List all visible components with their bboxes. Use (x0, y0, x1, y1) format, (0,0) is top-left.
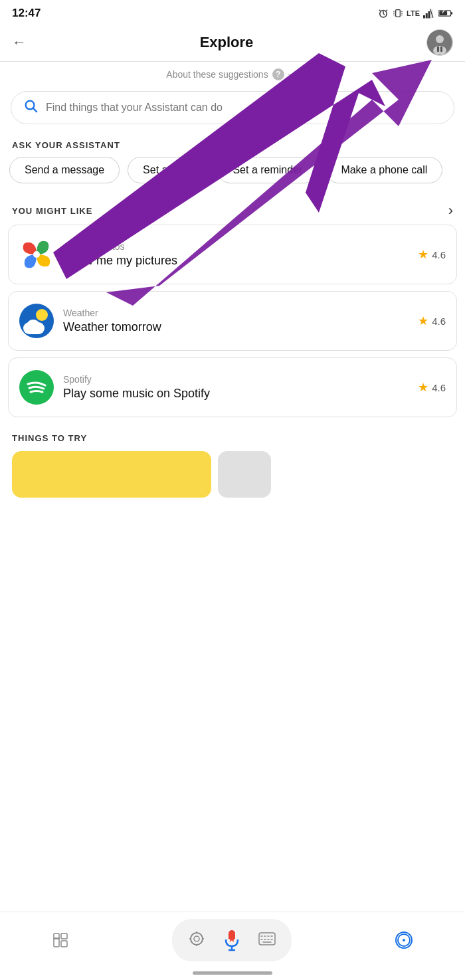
avatar[interactable] (426, 29, 453, 56)
card-rating-photos: ★ 4.6 (418, 247, 446, 262)
nav-home[interactable] (52, 931, 69, 949)
card-spotify[interactable]: Spotify Play some music on Spotify ★ 4.6 (8, 357, 457, 417)
chip-send-message[interactable]: Send a message (9, 157, 120, 183)
card-action-photos: Show me my pictures (63, 254, 409, 268)
svg-rect-46 (259, 933, 275, 945)
page-title: Explore (200, 34, 254, 51)
svg-rect-32 (61, 933, 67, 939)
ask-assistant-label: ASK YOUR ASSISTANT (0, 135, 465, 157)
bottom-nav (0, 912, 465, 980)
card-app-name-weather: Weather (63, 308, 409, 318)
svg-rect-10 (423, 15, 425, 19)
svg-point-59 (403, 939, 405, 941)
signal-icon (423, 8, 435, 19)
things-to-try-section: THINGS TO TRY (0, 424, 465, 503)
svg-rect-33 (61, 941, 67, 947)
star-icon: ★ (418, 247, 428, 262)
bottom-spacer (0, 503, 465, 583)
svg-rect-23 (440, 47, 442, 52)
card-action-weather: Weather tomorrow (63, 320, 409, 334)
chip-set-reminder[interactable]: Set a reminder (217, 157, 318, 183)
search-input[interactable] (46, 102, 442, 114)
things-card-yellow[interactable] (12, 451, 211, 498)
star-icon-spotify: ★ (418, 380, 428, 395)
svg-point-26 (33, 251, 40, 258)
search-bar-wrap (0, 87, 465, 135)
svg-point-20 (436, 35, 444, 43)
suggestions-note: About these suggestions ? — (0, 62, 465, 87)
svg-point-34 (191, 933, 203, 945)
svg-rect-3 (396, 10, 401, 17)
chip-phone-call[interactable]: Make a phone call (326, 157, 442, 183)
things-card-grey (218, 451, 271, 498)
search-icon (23, 98, 38, 117)
card-google-photos[interactable]: Google Photos Show me my pictures ★ 4.6 (8, 225, 457, 284)
chips-grid: Send a message Set a timer Set a reminde… (0, 157, 465, 193)
avatar-image (427, 30, 452, 55)
things-cards-row (12, 451, 453, 498)
nav-lens-button[interactable] (188, 930, 205, 950)
svg-point-45 (233, 939, 235, 941)
status-time: 12:47 (12, 7, 41, 20)
svg-rect-12 (428, 11, 430, 19)
spotify-icon (19, 370, 54, 405)
alarm-icon (377, 7, 389, 19)
battery-icon (438, 9, 453, 18)
svg-rect-16 (451, 12, 453, 14)
card-app-name-spotify: Spotify (63, 374, 409, 385)
svg-rect-22 (437, 47, 439, 52)
card-app-name-photos: Google Photos (63, 241, 409, 252)
weather-icon (19, 304, 54, 338)
rating-value-photos: 4.6 (432, 249, 446, 260)
suggestions-text: About these suggestions (166, 69, 268, 80)
suggestions-dash: — (288, 68, 299, 80)
lte-icon: LTE (407, 9, 420, 17)
star-icon-weather: ★ (418, 314, 428, 328)
app-bar: ← Explore (0, 24, 465, 61)
help-icon[interactable]: ? (272, 68, 284, 80)
chevron-right-icon[interactable]: › (448, 202, 453, 219)
svg-line-2 (383, 14, 385, 15)
card-google-photos-content: Google Photos Show me my pictures (63, 241, 409, 268)
home-bar (193, 971, 272, 975)
svg-point-44 (231, 941, 232, 943)
svg-rect-11 (426, 13, 428, 19)
svg-line-25 (33, 108, 37, 112)
rating-value-weather: 4.6 (432, 316, 446, 327)
nav-center (172, 919, 292, 961)
rating-value-spotify: 4.6 (432, 382, 446, 393)
card-rating-spotify: ★ 4.6 (418, 380, 446, 395)
google-photos-icon (19, 237, 54, 272)
nav-keyboard-button[interactable] (258, 932, 276, 948)
you-might-like-section: YOU MIGHT LIKE › (0, 193, 465, 225)
svg-rect-30 (54, 938, 59, 947)
svg-point-43 (228, 939, 230, 941)
vibrate-icon (393, 7, 403, 19)
things-to-try-label: THINGS TO TRY (12, 433, 453, 443)
card-action-spotify: Play some music on Spotify (63, 387, 409, 401)
status-bar: 12:47 LTE (0, 0, 465, 24)
card-list: Google Photos Show me my pictures ★ 4.6 … (0, 225, 465, 424)
card-rating-weather: ★ 4.6 (418, 314, 446, 328)
search-bar[interactable] (11, 91, 454, 124)
svg-point-35 (194, 936, 199, 941)
nav-compass[interactable] (395, 931, 413, 949)
nav-mic-button[interactable] (217, 926, 246, 955)
card-weather-content: Weather Weather tomorrow (63, 308, 409, 334)
you-might-like-label: YOU MIGHT LIKE (12, 206, 92, 216)
card-weather[interactable]: Weather Weather tomorrow ★ 4.6 (8, 291, 457, 351)
chip-set-timer[interactable]: Set a timer (128, 157, 209, 183)
back-button[interactable]: ← (12, 34, 27, 51)
status-icons: LTE (377, 7, 453, 19)
card-spotify-content: Spotify Play some music on Spotify (63, 374, 409, 401)
